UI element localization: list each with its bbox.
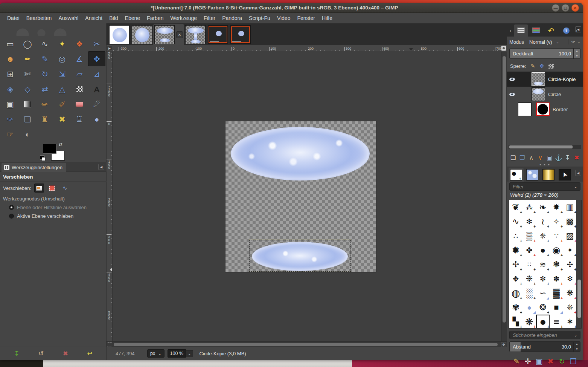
tab-gradients[interactable] — [541, 168, 556, 182]
menu-bearbeiten[interactable]: Bearbeiten — [23, 14, 55, 22]
delete-layer-button[interactable]: ✖ — [573, 153, 581, 162]
titlebar[interactable]: *[Unbenannt]-7.0 (RGB-Farben 8-Bit-Gamma… — [0, 3, 583, 13]
tool-free-select[interactable]: ∿ — [36, 36, 53, 51]
tab-layers[interactable] — [514, 24, 528, 37]
tool-transform-3d[interactable]: ◈ — [2, 81, 19, 96]
foreground-color-swatch[interactable] — [43, 144, 56, 154]
image-tab-two-ellipses[interactable]: ✕ — [153, 24, 184, 45]
menu-pandora[interactable]: Pandora — [219, 14, 245, 22]
close-button[interactable]: ✕ — [571, 4, 579, 12]
menu-bild[interactable]: Bild — [106, 14, 121, 22]
spacing-slider[interactable]: Abstand 30,0 ▲▼ — [509, 341, 580, 352]
dock-splitter-handle[interactable]: ● ● ● — [507, 164, 583, 167]
brush-cell[interactable]: ❋+ — [522, 315, 536, 329]
tool-gradient[interactable] — [19, 96, 36, 112]
tool-ink[interactable]: ✑ — [2, 112, 19, 127]
zoom-level-input[interactable]: 100 % — [168, 349, 186, 358]
brush-cell[interactable]: ● — [522, 300, 536, 315]
radio-pick-layer-or-guide[interactable]: Ebene oder Hilfslinie auswählen — [0, 203, 107, 212]
tool-color-picker[interactable]: ✎ — [36, 51, 53, 66]
layer-mask-thumbnail[interactable] — [536, 102, 550, 116]
duplicate-brush[interactable]: ▣ — [534, 356, 544, 367]
unit-dropdown[interactable]: px ⌄ — [147, 349, 165, 358]
delete-tool-preset[interactable]: ✖ — [59, 349, 72, 358]
tool-scissors-select[interactable]: ✂ — [88, 36, 105, 51]
tool-rectangle-select[interactable]: ▭ — [2, 36, 19, 51]
brush-filter-dropdown[interactable]: Filter ⌄ — [509, 182, 580, 191]
raise-layer-button[interactable]: ∧ — [527, 153, 535, 162]
brush-cell[interactable]: ◍+ — [509, 286, 522, 300]
brush-cell[interactable]: ❧+ — [536, 200, 550, 214]
tool-shear[interactable]: ▱ — [71, 66, 88, 81]
tool-handle-transform[interactable]: ◇ — [19, 81, 36, 96]
brush-cell[interactable]: ❦+ — [509, 200, 522, 214]
tool-paintbrush[interactable]: ✐ — [53, 96, 71, 112]
menu-scriptfu[interactable]: Script-Fu — [245, 14, 274, 22]
layer-row-circle[interactable]: Circle — [507, 87, 583, 102]
image-menu-button[interactable]: ▶ — [107, 46, 112, 51]
menu-farben[interactable]: Farben — [143, 14, 167, 22]
navigation-button[interactable]: ✥ — [501, 342, 506, 347]
brush-cell[interactable]: ❉+ — [522, 272, 536, 286]
spacing-spin-buttons[interactable]: ▲▼ — [573, 342, 580, 352]
tool-zoom[interactable]: ◎ — [53, 51, 71, 66]
tool-paths[interactable]: ✒ — [19, 51, 36, 66]
mode-dropdown[interactable]: Normal (v) ⌄ — [529, 39, 559, 45]
brush-cell[interactable]: ✽+ — [550, 272, 563, 286]
brush-cell[interactable]: ∷+ — [522, 257, 536, 272]
brush-cell[interactable]: ✢+ — [509, 257, 522, 272]
vertical-scrollbar[interactable] — [501, 52, 507, 341]
image-tab-screenshot-1[interactable] — [207, 24, 229, 45]
brush-cell[interactable]: ✹+ — [509, 243, 522, 257]
mode-group-switch[interactable]: ✑ ⌄ — [568, 39, 580, 44]
brush-cell[interactable]: ░+ — [522, 286, 536, 300]
new-layer-button[interactable]: ❏ — [509, 153, 517, 162]
tool-measure[interactable]: ∡ — [71, 51, 88, 66]
brush-cell[interactable]: ✧+ — [550, 214, 563, 229]
default-colors-icon[interactable] — [40, 155, 44, 160]
menu-ansicht[interactable]: Ansicht — [82, 14, 106, 22]
tab-brushes[interactable] — [509, 168, 524, 182]
tab-tool-options[interactable]: Werkzeugeinstellungen — [2, 163, 66, 172]
brush-cell[interactable]: ✼+ — [536, 272, 550, 286]
keywords-dropdown[interactable]: Stichworte eingeben ⌄ — [509, 331, 580, 339]
zoom-dropdown-button[interactable]: ⌄ — [186, 350, 193, 357]
tool-move[interactable]: ✥ — [88, 51, 105, 66]
radio-move-active-layer[interactable]: Aktive Ebene verschieben — [0, 212, 107, 220]
open-brush-as-image[interactable]: ❒ — [568, 356, 579, 367]
swap-colors-icon[interactable]: ⇄ — [59, 142, 62, 147]
brush-cell[interactable]: ■ — [550, 300, 563, 315]
brush-cell[interactable]: ▩+ — [563, 214, 577, 229]
brush-cell[interactable]: ◉+ — [550, 243, 563, 257]
tool-perspective-clone[interactable]: ♖ — [71, 112, 88, 127]
dock-menu-button[interactable]: ◀ — [98, 164, 104, 170]
lock-pixels-icon[interactable]: ✎ — [531, 63, 535, 69]
tab-patterns[interactable] — [525, 168, 540, 182]
save-tool-preset[interactable]: ↧ — [10, 349, 23, 358]
brush-cell[interactable]: ∿+ — [509, 214, 522, 229]
horizontal-scrollbar-thumb[interactable] — [114, 343, 498, 346]
canvas-image[interactable] — [225, 121, 376, 272]
image-tab-screenshot-2[interactable] — [229, 24, 252, 45]
brush-grid-scrollbar-thumb[interactable] — [577, 280, 581, 318]
brush-cell[interactable]: ●+ — [536, 243, 550, 257]
restore-tool-preset[interactable]: ↺ — [35, 349, 47, 358]
brush-cell[interactable]: ❂+ — [536, 300, 550, 315]
tool-select-by-color[interactable]: ❖ — [71, 36, 88, 51]
menu-datei[interactable]: Datei — [4, 14, 23, 22]
opacity-slider[interactable]: Deckkraft 100,0 ▲▼ — [509, 48, 580, 59]
tool-airbrush[interactable]: ☄ — [88, 96, 105, 112]
vertical-scrollbar-thumb[interactable] — [503, 56, 506, 323]
anchor-layer-button[interactable]: ⚓ — [554, 153, 563, 162]
brush-cell[interactable]: ✥+ — [509, 272, 522, 286]
tool-mypaint-brush[interactable]: ❏ — [19, 112, 36, 127]
tool-warp-transform[interactable] — [71, 81, 88, 96]
image-tab-goblet-shape[interactable] — [184, 24, 207, 45]
toolbox-drag-header[interactable] — [0, 23, 107, 36]
tool-fuzzy-select[interactable]: ✦ — [53, 36, 71, 51]
brush-cell[interactable]: ❇+ — [563, 272, 577, 286]
quick-mask-toggle[interactable] — [107, 342, 112, 347]
minimize-button[interactable]: — — [552, 4, 559, 12]
horizontal-scrollbar[interactable] — [113, 342, 501, 347]
canvas-viewport[interactable] — [113, 52, 501, 341]
